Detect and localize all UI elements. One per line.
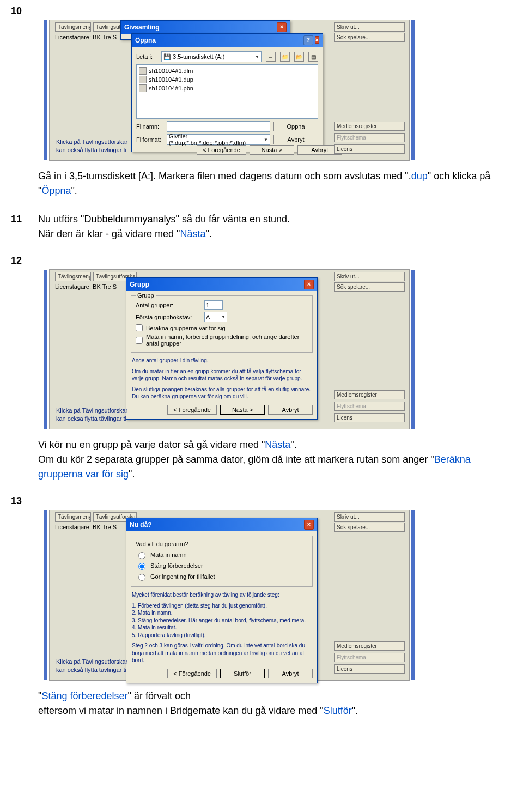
radio-stang-label: Stäng förberedelser (150, 562, 203, 569)
avbryt-button[interactable]: Avbryt (268, 405, 313, 415)
radio-gor[interactable] (138, 574, 145, 581)
avbryt-button[interactable]: Avbryt (273, 135, 318, 144)
licens-button[interactable]: Licens (334, 413, 405, 422)
close-icon[interactable]: × (315, 36, 319, 44)
dialog-title-oppna: Öppna (135, 37, 156, 44)
dialog-title-grupp: Grupp (130, 281, 149, 288)
dialog-grupp: Grupp × Grupp Antal grupper: Första grup… (126, 277, 318, 420)
medlemsregister-button[interactable]: Medlemsregister (334, 641, 405, 651)
hint-line2: kan också flytta tävlingar ti (56, 666, 126, 673)
hint-line1: Klicka på Tävlingsutforskar (56, 658, 127, 665)
oppna-button[interactable]: Öppna (273, 122, 318, 131)
close-icon[interactable]: × (304, 520, 314, 530)
file-item[interactable]: sh100104#1.dlm (139, 67, 315, 75)
tavlingsmeny-button[interactable]: Tävlingsmeny... (55, 512, 91, 522)
file-item[interactable]: sh100104#1.pbn (139, 84, 315, 92)
file-icon (139, 76, 147, 83)
info-l1: 1. Förbered tävlingen (detta steg har du… (132, 602, 312, 610)
step-number-11: 11 (11, 212, 38, 239)
step-13-text: "Stäng förberedelser" är förvalt och eft… (38, 689, 512, 718)
licenstagare-label: Licenstagare: BK Tre S (55, 283, 137, 290)
step-number-10: 10 (11, 5, 512, 17)
sokspelare-button[interactable]: Sök spelare... (334, 282, 405, 292)
licenstagare-label: Licenstagare: BK Tre S (55, 524, 137, 530)
file-icon (139, 84, 147, 92)
nasta-button[interactable]: Nästa > (250, 145, 294, 155)
hint-line1: Klicka på Tävlingsutforskar (56, 407, 127, 414)
dialog-title-nuda: Nu då? (130, 521, 152, 529)
radio-mata-label: Mata in namn (150, 552, 187, 558)
step-12-text: Vi kör nu en grupp på varje dator så gå … (38, 438, 512, 482)
radio-mata[interactable] (138, 552, 145, 559)
screenshot-10: Tävlingsmeny... Tävlingsutforskaren Lice… (49, 20, 410, 161)
forsta-bokstav-label: Första gruppbokstav: (136, 314, 201, 320)
screenshot-12: Tävlingsmeny... Tävlingsutforskaren Lice… (49, 269, 410, 429)
berakna-label: Beräkna grupperna var för sig (146, 325, 226, 331)
info-l2: 2. Mata in namn. (132, 609, 312, 617)
leta-label: Leta i: (136, 53, 158, 60)
dialog-oppna: Öppna ?× Leta i: 💾 3,5-tumsdiskett (A:) … (131, 33, 323, 152)
info-foot: Steg 2 och 3 kan göras i valfri ordning.… (132, 642, 312, 664)
up-folder-icon[interactable]: 📁 (280, 52, 290, 62)
hint-text-1: Ange antal grupper i din tävling. (132, 357, 312, 365)
radio-stang[interactable] (138, 563, 145, 570)
filnamn-label: Filnamn: (136, 123, 163, 130)
tavlingsmeny-button[interactable]: Tävlingsmeny... (55, 272, 91, 281)
flyttschema-button: Flyttschema (334, 653, 405, 662)
mata-checkbox[interactable] (136, 337, 143, 344)
filetype-select[interactable]: Givfiler (*.dup;*.bri;*.dge;*.pbn;*.dlm)… (167, 134, 270, 145)
medlemsregister-button[interactable]: Medlemsregister (334, 122, 405, 131)
new-folder-icon[interactable]: 📂 (294, 52, 304, 62)
step-number-13: 13 (11, 495, 512, 507)
grupp-legend: Grupp (136, 292, 156, 299)
filename-input[interactable] (167, 121, 270, 132)
screenshot-13: Tävlingsmeny... Tävlingsutforskaren Lice… (49, 510, 410, 681)
info-l3: 3. Stäng förberedelser. Här anger du ant… (132, 617, 312, 625)
nasta-button[interactable]: Nästa > (220, 405, 265, 415)
avbryt-button[interactable]: Avbryt (268, 669, 313, 678)
dialog-nuda: Nu då? × Vad vill du göra nu? Mata in na… (126, 518, 318, 683)
antal-grupper-label: Antal grupper: (136, 302, 201, 308)
skrivut-button[interactable]: Skriv ut... (334, 22, 405, 32)
licens-button[interactable]: Licens (334, 144, 405, 154)
radio-gor-label: Gör ingenting för tillfället (150, 573, 215, 580)
sokspelare-button[interactable]: Sök spelare... (334, 33, 405, 42)
close-icon[interactable]: × (277, 22, 287, 32)
step-11-text: 11 Nu utförs "Dubbeldummyanalys" så du f… (11, 212, 512, 241)
foregaende-button[interactable]: < Föregående (167, 669, 217, 678)
step-10-text: Gå in i 3,5-tumsdiskett [A:]. Markera fi… (38, 169, 512, 198)
close-icon[interactable]: × (304, 280, 314, 289)
skrivut-button[interactable]: Skriv ut... (334, 272, 405, 281)
hint-text-2: Om du matar in fler än en grupp kommer d… (132, 368, 312, 383)
view-icon[interactable]: ▤ (308, 52, 318, 62)
file-item[interactable]: sh100104#1.dup (139, 76, 315, 83)
hint-text-3: Den slutliga poängen beräknas för alla g… (132, 386, 312, 401)
antal-grupper-input[interactable] (204, 300, 223, 310)
drive-select[interactable]: 💾 3,5-tumsdiskett (A:) ▼ (161, 51, 262, 62)
info-l5: 5. Rapportera tävling (frivilligt). (132, 632, 312, 639)
hint-line1: Klicka på Tävlingsutforskar (56, 138, 127, 145)
hint-line2: kan också flytta tävlingar ti (56, 147, 126, 153)
file-icon (139, 67, 147, 75)
berakna-checkbox[interactable] (136, 324, 143, 331)
forsta-bokstav-select[interactable]: A▼ (204, 312, 227, 322)
sokspelare-button[interactable]: Sök spelare... (334, 523, 405, 532)
slutfor-button[interactable]: Slutför (220, 669, 265, 678)
file-list[interactable]: sh100104#1.dlm sh100104#1.dup sh100104#1… (136, 64, 318, 119)
back-icon[interactable]: ← (266, 52, 276, 62)
question-label: Vad vill du göra nu? (136, 541, 308, 547)
foregaende-button[interactable]: < Föregående (167, 405, 217, 415)
foregaende-button[interactable]: < Föregående (197, 145, 246, 155)
medlemsregister-button[interactable]: Medlemsregister (334, 390, 405, 399)
info-l4: 4. Mata in resultat. (132, 624, 312, 632)
skrivut-button[interactable]: Skriv ut... (334, 512, 405, 522)
dialog-title-givsamling: Givsamling (124, 23, 160, 31)
flyttschema-button: Flyttschema (334, 402, 405, 411)
tavlingsmeny-button[interactable]: Tävlingsmeny... (55, 22, 91, 32)
mata-label: Mata in namn, förbered gruppindelning, o… (146, 334, 308, 347)
licens-button[interactable]: Licens (334, 664, 405, 674)
help-icon[interactable]: ? (303, 35, 313, 45)
hint-line2: kan också flytta tävlingar ti (56, 415, 126, 422)
flyttschema-button: Flyttschema (334, 133, 405, 142)
step-number-12: 12 (11, 255, 512, 266)
